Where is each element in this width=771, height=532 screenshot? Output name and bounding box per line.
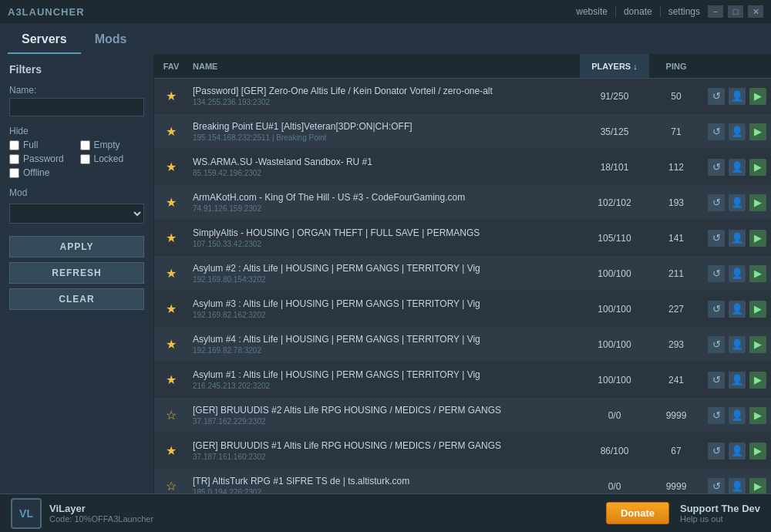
play-button[interactable]: ▶ [749,407,766,424]
refresh-button[interactable]: REFRESH [9,262,144,284]
join-direct-button[interactable]: 👤 [729,407,746,424]
checkbox-locked[interactable]: Locked [80,153,145,164]
join-direct-button[interactable]: 👤 [729,336,746,353]
refresh-server-button[interactable]: ↺ [708,230,725,247]
refresh-server-button[interactable]: ↺ [708,159,725,176]
checkbox-offline[interactable]: Offline [9,167,74,178]
checkbox-empty-input[interactable] [80,140,90,150]
play-button[interactable]: ▶ [749,123,766,140]
server-name: Asylum #1 : Altis Life | HOUSING | PERM … [193,369,575,380]
checkbox-full-input[interactable] [9,140,19,150]
favorite-star-icon[interactable]: ★ [166,337,177,352]
cell-ping: 9999 [649,481,703,492]
join-direct-button[interactable]: 👤 [729,301,746,318]
join-direct-button[interactable]: 👤 [729,478,746,494]
join-direct-button[interactable]: 👤 [729,230,746,247]
favorite-star-icon[interactable]: ☆ [166,479,177,493]
play-button[interactable]: ▶ [749,372,766,389]
play-button[interactable]: ▶ [749,159,766,176]
cell-actions: ↺ 👤 ▶ [703,265,771,282]
checkbox-locked-input[interactable] [80,154,90,164]
hide-label: Hide [9,126,144,136]
favorite-star-icon[interactable]: ★ [166,89,177,103]
refresh-server-button[interactable]: ↺ [708,194,725,211]
apply-button[interactable]: APPLY [9,236,144,258]
favorite-star-icon[interactable]: ★ [166,301,177,316]
server-address: 195.154.168.232:2511 | Breaking Point [193,133,575,142]
name-filter-input[interactable] [9,98,144,116]
checkbox-empty[interactable]: Empty [80,140,145,150]
join-direct-button[interactable]: 👤 [729,159,746,176]
col-name-header[interactable]: NAME [188,62,580,71]
favorite-star-icon[interactable]: ★ [166,195,177,210]
join-direct-button[interactable]: 👤 [729,194,746,211]
minimize-button[interactable]: − [708,5,723,18]
server-name: Asylum #2 : Altis Life | HOUSING | PERM … [193,263,575,274]
checkbox-offline-input[interactable] [9,168,19,178]
checkbox-offline-label: Offline [23,167,49,178]
play-button[interactable]: ▶ [749,265,766,282]
window-controls: − □ ✕ [708,5,763,18]
play-button[interactable]: ▶ [749,478,766,494]
refresh-server-button[interactable]: ↺ [708,301,725,318]
favorite-star-icon[interactable]: ★ [166,124,177,139]
nav-website[interactable]: website [568,6,616,17]
play-button[interactable]: ▶ [749,336,766,353]
refresh-server-button[interactable]: ↺ [708,372,725,389]
favorite-star-icon[interactable]: ★ [166,160,177,174]
join-direct-button[interactable]: 👤 [729,88,746,105]
cell-ping: 50 [649,91,703,102]
refresh-server-button[interactable]: ↺ [708,265,725,282]
favorite-star-icon[interactable]: ★ [166,443,177,458]
favorite-star-icon[interactable]: ★ [166,372,177,387]
table-row: ★ WS.ARMA.SU -Wasteland Sandbox- RU #1 8… [154,150,771,185]
clear-button[interactable]: CLEAR [9,288,144,310]
cell-ping: 293 [649,339,703,350]
checkbox-full[interactable]: Full [9,140,74,150]
table-row: ★ [GER] BRUUUDIS #1 Altis Life RPG HOUSI… [154,433,771,469]
mod-select[interactable] [9,204,144,224]
checkbox-full-label: Full [23,140,38,150]
tab-mods[interactable]: Mods [81,28,141,54]
play-button[interactable]: ▶ [749,443,766,460]
refresh-server-button[interactable]: ↺ [708,478,725,494]
join-direct-button[interactable]: 👤 [729,265,746,282]
favorite-star-icon[interactable]: ★ [166,231,177,245]
cell-players: 100/100 [580,375,649,386]
server-name: Asylum #4 : Altis Life | HOUSING | PERM … [193,334,575,345]
cell-ping: 67 [649,446,703,456]
cell-players: 100/100 [580,268,649,279]
server-name: [GER] BRUUUDIS #1 Altis Life RPG HOUSING… [193,440,575,451]
favorite-star-icon[interactable]: ☆ [166,408,177,423]
refresh-server-button[interactable]: ↺ [708,407,725,424]
donate-button[interactable]: Donate [606,502,669,524]
play-button[interactable]: ▶ [749,88,766,105]
promo-code: Code: 10%OFFA3Launcher [49,514,153,524]
join-direct-button[interactable]: 👤 [729,123,746,140]
cell-fav: ☆ [154,408,188,423]
join-direct-button[interactable]: 👤 [729,443,746,460]
checkbox-password-input[interactable] [9,154,19,164]
server-address: 107.150.33.42:2302 [193,240,575,248]
play-button[interactable]: ▶ [749,230,766,247]
play-button[interactable]: ▶ [749,194,766,211]
close-button[interactable]: ✕ [748,5,763,18]
refresh-server-button[interactable]: ↺ [708,88,725,105]
favorite-star-icon[interactable]: ★ [166,266,177,281]
tab-bar: Servers Mods [0,23,771,54]
col-players-header[interactable]: PLAYERS ↓ [580,54,649,78]
nav-settings[interactable]: settings [661,6,708,17]
refresh-server-button[interactable]: ↺ [708,123,725,140]
checkbox-password[interactable]: Password [9,153,74,164]
col-ping-header[interactable]: PING [649,62,703,71]
tab-servers[interactable]: Servers [8,28,81,54]
server-address: 37.187.162.229:2302 [193,417,575,426]
join-direct-button[interactable]: 👤 [729,372,746,389]
cell-fav: ★ [154,195,188,210]
refresh-server-button[interactable]: ↺ [708,443,725,460]
refresh-server-button[interactable]: ↺ [708,336,725,353]
play-button[interactable]: ▶ [749,301,766,318]
maximize-button[interactable]: □ [728,5,743,18]
nav-donate[interactable]: donate [616,6,661,17]
col-fav-header: FAV [154,62,188,71]
